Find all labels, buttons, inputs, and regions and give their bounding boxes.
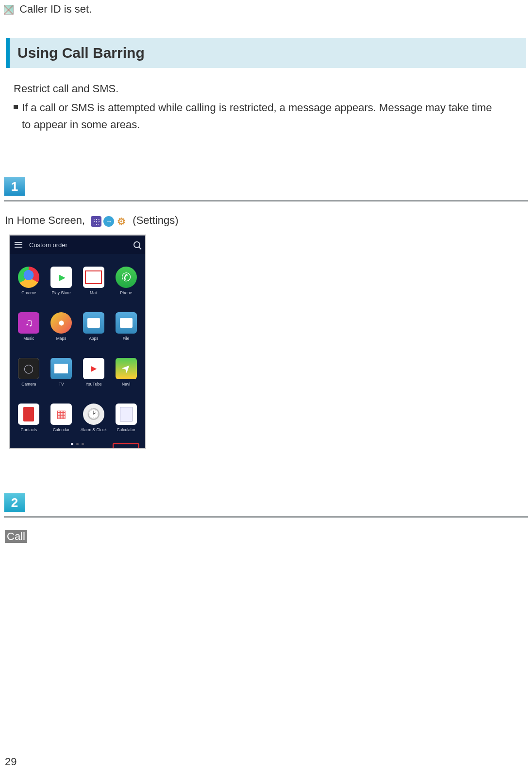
yt-icon [83, 358, 104, 379]
step-badge-2: 2 [4, 493, 25, 512]
caller-id-note-text: Caller ID is set. [19, 3, 92, 15]
app-label: File [123, 337, 130, 341]
phone-icon [116, 267, 137, 288]
play-icon [50, 267, 72, 288]
app-cell: Chrome [14, 259, 44, 303]
app-cell: Contacts [14, 396, 44, 439]
caller-id-note: Caller ID is set. [0, 0, 532, 18]
app-cell: Play Store [46, 259, 77, 303]
barcode-icon [18, 449, 39, 450]
intro-bullet: If a call or SMS is attempted while call… [14, 99, 501, 133]
app-cell: Mail [79, 259, 109, 303]
cal-icon [50, 404, 72, 425]
app-label: Calendar [53, 428, 70, 432]
apps-grid-icon [91, 216, 101, 227]
page-dot [76, 443, 79, 445]
settings-icon [116, 449, 137, 450]
step-1-text: In Home Screen, (Settings) [4, 214, 528, 227]
step-badge-1: 1 [4, 177, 25, 196]
chrome-icon [18, 267, 39, 288]
page-dot [71, 443, 73, 445]
intro-block: Restrict call and SMS. If a call or SMS … [0, 83, 515, 133]
app-label: Camera [21, 382, 36, 387]
app-label: Mail [90, 291, 98, 295]
app-cell: TV [46, 350, 77, 394]
app-label: Calculator [116, 428, 135, 432]
phone-screenshot: Custom order ChromePlay StoreMailPhoneMu… [9, 235, 146, 449]
inline-icon-sequence [91, 216, 127, 227]
app-cell: Camera [14, 350, 44, 394]
app-cell: Navi [111, 350, 141, 394]
musichub-icon [50, 449, 72, 450]
folder-icon [83, 312, 104, 334]
app-cell: Apps [79, 304, 109, 348]
square-bullet-icon [14, 105, 18, 109]
step-1-suffix: (Settings) [133, 214, 178, 226]
app-cell: File [111, 304, 141, 348]
settings-gear-icon [116, 216, 127, 227]
app-cell: Alarm & Clock [79, 396, 109, 439]
phone-topbar: Custom order [10, 236, 145, 254]
app-label: Play Store [52, 291, 71, 295]
app-cell: Calendar [46, 396, 77, 439]
broken-image-icon [4, 5, 14, 15]
phone-topbar-title: Custom order [29, 241, 133, 249]
app-cell: Music [14, 304, 44, 348]
mail-icon [83, 267, 104, 288]
hamburger-icon [15, 242, 22, 248]
step-1: 1 In Home Screen, (Settings) Custom orde… [4, 177, 528, 449]
music-icon [18, 312, 39, 334]
book-icon [18, 404, 39, 425]
page-number: 29 [5, 756, 17, 768]
arrow-right-icon [103, 216, 114, 227]
note-icon [116, 404, 137, 425]
clock-icon [83, 404, 104, 425]
step-divider [4, 516, 528, 518]
app-cell: YouTube [79, 350, 109, 394]
generic-icon [83, 449, 104, 450]
step-divider [4, 200, 528, 202]
folder-icon [116, 312, 137, 334]
app-label: Phone [120, 291, 132, 295]
cam-icon [18, 358, 39, 379]
page-dot [82, 443, 84, 445]
app-label: TV [59, 382, 64, 387]
app-label: Maps [56, 337, 66, 341]
call-menu-label: Call [5, 530, 27, 543]
tv-icon [50, 358, 72, 379]
section-heading: Using Call Barring [6, 38, 526, 68]
app-cell: Maps [46, 304, 77, 348]
app-cell: Phone [111, 259, 141, 303]
app-cell: Calculator [111, 396, 141, 439]
app-label: Apps [89, 337, 98, 341]
nav-icon [116, 358, 137, 379]
step-1-prefix: In Home Screen, [5, 214, 88, 226]
app-label: Music [23, 337, 34, 341]
app-grid: ChromePlay StoreMailPhoneMusicMapsAppsFi… [10, 254, 145, 449]
page-dots [10, 443, 145, 445]
app-label: Navi [122, 382, 130, 387]
app-label: Alarm & Clock [81, 428, 107, 432]
step-2: 2 Call [4, 493, 528, 543]
app-label: YouTube [85, 382, 101, 387]
maps-icon [50, 312, 72, 334]
search-icon [133, 241, 140, 248]
intro-line: Restrict call and SMS. [14, 83, 501, 95]
intro-bullet-text: If a call or SMS is attempted while call… [22, 99, 501, 133]
app-label: Chrome [21, 291, 36, 295]
app-label: Contacts [21, 428, 37, 432]
